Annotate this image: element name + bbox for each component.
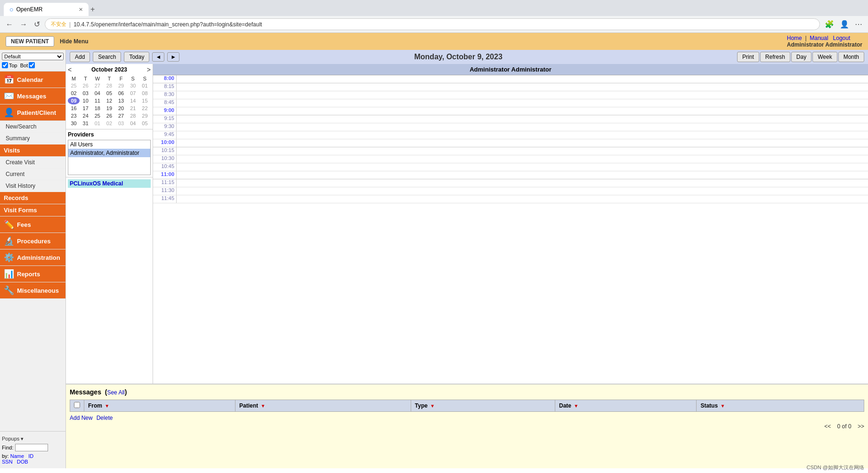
mini-cal-day[interactable]: 03 — [115, 120, 127, 127]
add-new-link[interactable]: Add New — [70, 415, 93, 421]
event-cell[interactable] — [177, 115, 868, 123]
event-cell[interactable] — [177, 99, 868, 107]
refresh-button[interactable]: ↺ — [32, 18, 42, 31]
mini-cal-day[interactable]: 23 — [68, 112, 80, 120]
mini-cal-day[interactable]: 25 — [68, 82, 80, 89]
new-tab-button[interactable]: + — [90, 5, 95, 14]
mini-cal-day[interactable]: 08 — [139, 89, 151, 97]
sidebar-item-calendar[interactable]: 📅 Calendar — [0, 72, 65, 88]
event-cell[interactable] — [177, 155, 868, 163]
mini-cal-day[interactable]: 14 — [127, 97, 139, 104]
search-button[interactable]: Search — [93, 52, 121, 62]
event-cell[interactable] — [177, 123, 868, 131]
sidebar-item-visit-forms[interactable]: Visit Forms — [0, 204, 65, 216]
month-button[interactable]: Month — [838, 52, 864, 62]
mini-cal-day[interactable]: 19 — [103, 104, 115, 112]
mini-cal-day[interactable]: 07 — [127, 89, 139, 97]
week-button[interactable]: Week — [812, 52, 837, 62]
refresh-button[interactable]: Refresh — [760, 52, 790, 62]
messages-col-from[interactable]: From ▼ — [84, 400, 235, 412]
mini-cal-day[interactable]: 31 — [80, 120, 91, 127]
mini-cal-day[interactable]: 02 — [68, 89, 80, 97]
mini-cal-day[interactable]: 11 — [91, 97, 103, 104]
next-button[interactable]: ► — [167, 52, 179, 62]
menu-button[interactable]: ⋯ — [853, 18, 864, 31]
sidebar-item-current[interactable]: Current — [0, 168, 65, 180]
logout-link[interactable]: Logout — [833, 35, 851, 41]
event-cell[interactable] — [177, 139, 868, 147]
sidebar-item-administration[interactable]: ⚙️ Administration — [0, 249, 65, 266]
provider-item[interactable]: All Users — [68, 140, 150, 149]
event-cell[interactable] — [177, 187, 868, 195]
mini-cal-day[interactable]: 21 — [127, 104, 139, 112]
active-tab[interactable]: ○ OpenEMR ✕ — [4, 3, 89, 16]
event-cell[interactable] — [177, 147, 868, 155]
sidebar-item-visit-history[interactable]: Visit History — [0, 180, 65, 192]
mini-cal-day[interactable]: 16 — [68, 104, 80, 112]
address-bar[interactable]: 不安全 | 10.4.7.5/openemr/interface/main/ma… — [45, 18, 820, 30]
sidebar-item-fees[interactable]: ✏️ Fees — [0, 216, 65, 233]
mini-cal-day[interactable]: 22 — [139, 104, 151, 112]
mini-cal-day[interactable]: 05 — [103, 89, 115, 97]
sidebar-select[interactable]: Default — [2, 53, 64, 60]
event-cell[interactable] — [177, 131, 868, 139]
mini-cal-day[interactable]: 29 — [139, 112, 151, 120]
mini-cal-day[interactable]: 05 — [139, 120, 151, 127]
mini-cal-day[interactable]: 03 — [80, 89, 91, 97]
select-all-checkbox[interactable] — [74, 402, 80, 408]
mini-cal-day[interactable]: 27 — [115, 112, 127, 120]
event-cell[interactable] — [177, 91, 868, 99]
bot-checkbox[interactable] — [29, 62, 35, 68]
messages-col-date[interactable]: Date ▼ — [555, 400, 696, 412]
sidebar-item-messages[interactable]: ✉️ Messages — [0, 88, 65, 104]
new-patient-button[interactable]: NEW PATIENT — [6, 36, 54, 47]
mini-cal-day[interactable]: 04 — [127, 120, 139, 127]
delete-link[interactable]: Delete — [97, 415, 113, 421]
mini-cal-day[interactable]: 01 — [91, 120, 103, 127]
messages-col-patient[interactable]: Patient ▼ — [235, 400, 411, 412]
event-cell[interactable] — [177, 107, 868, 115]
mini-cal-day[interactable]: 18 — [91, 104, 103, 112]
mini-cal-day[interactable]: 26 — [80, 82, 91, 89]
mini-cal-day[interactable]: 12 — [103, 97, 115, 104]
mini-cal-day[interactable]: 15 — [139, 97, 151, 104]
home-link[interactable]: Home — [787, 35, 802, 41]
sidebar-item-miscellaneous[interactable]: 🔧 Miscellaneous — [0, 282, 65, 299]
mini-cal-day[interactable]: 10 — [80, 97, 91, 104]
sidebar-item-reports[interactable]: 📊 Reports — [0, 266, 65, 282]
profile-button[interactable]: 👤 — [838, 18, 851, 31]
mini-cal-day[interactable]: 06 — [115, 89, 127, 97]
top-checkbox[interactable] — [2, 62, 8, 68]
mini-cal-day[interactable]: 30 — [68, 120, 80, 127]
find-by-name[interactable]: Name — [10, 453, 24, 459]
sidebar-item-procedures[interactable]: 🔬 Procedures — [0, 233, 65, 249]
see-all-link[interactable]: See All — [107, 389, 124, 396]
mini-cal-day[interactable]: 20 — [115, 104, 127, 112]
mini-cal-day[interactable]: 17 — [80, 104, 91, 112]
find-by-id[interactable]: ID — [28, 453, 33, 459]
mini-cal-day[interactable]: 28 — [103, 82, 115, 89]
popups-button[interactable]: Popups ▾ — [2, 436, 24, 442]
mini-cal-next[interactable]: > — [147, 66, 151, 73]
mini-cal-day[interactable]: 28 — [127, 112, 139, 120]
event-cell[interactable] — [177, 163, 868, 171]
mini-cal-day[interactable]: 26 — [103, 112, 115, 120]
tab-close-icon[interactable]: ✕ — [79, 7, 83, 13]
find-by-dob[interactable]: DOB — [17, 459, 28, 465]
mini-cal-day[interactable]: 09 — [68, 97, 80, 104]
mini-cal-day[interactable]: 29 — [115, 82, 127, 89]
manual-link[interactable]: Manual — [810, 35, 828, 41]
event-cell[interactable] — [177, 83, 868, 91]
mini-cal-day[interactable]: 25 — [91, 112, 103, 120]
sidebar-item-records[interactable]: Records — [0, 192, 65, 204]
mini-cal-day[interactable]: 04 — [91, 89, 103, 97]
hide-menu-link[interactable]: Hide Menu — [60, 38, 89, 45]
mini-cal-day[interactable]: 02 — [103, 120, 115, 127]
messages-col-status[interactable]: Status ▼ — [697, 400, 864, 412]
sidebar-item-new-search[interactable]: New/Search — [0, 121, 65, 133]
mini-cal-day[interactable]: 24 — [80, 112, 91, 120]
back-button[interactable]: ← — [4, 18, 15, 31]
event-cell[interactable] — [177, 75, 868, 83]
forward-button[interactable]: → — [18, 18, 29, 31]
event-cell[interactable] — [177, 171, 868, 179]
